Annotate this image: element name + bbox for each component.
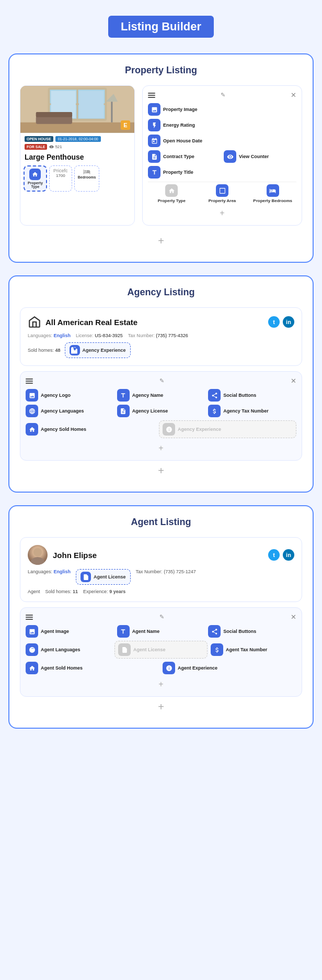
agency-meta: Languages: English License: US-834-3925 …: [28, 333, 294, 338]
agency-twitter-icon[interactable]: t: [268, 316, 280, 328]
date-badge: 01-21-2018, 02:00-04:00: [55, 136, 101, 142]
agency-card: All American Real Estate t in Languages:…: [20, 307, 302, 366]
svg-rect-9: [36, 112, 72, 117]
agent-hamburger-icon[interactable]: [26, 615, 33, 620]
widget-contract-type[interactable]: Contract Type: [148, 150, 221, 163]
widget-agent-sold-icon: [26, 662, 38, 674]
widget-agency-social[interactable]: Social Buttons: [208, 389, 296, 402]
agent-sold: Sold homes: 11: [45, 589, 78, 594]
agent-widget-panel: ✎ ✕ Agent Image Agent Name Socia: [20, 607, 302, 697]
agent-panel-add-button[interactable]: +: [26, 677, 296, 691]
widget-agency-sold[interactable]: Agency Sold Homes: [26, 423, 156, 436]
property-listing-section: Property Listing: [8, 53, 314, 263]
widget-agency-logo-label: Agency Logo: [41, 393, 71, 398]
agent-linkedin-icon[interactable]: in: [283, 549, 294, 561]
property-widget-panel: ✎ ✕ Property Image Energy Ratin: [142, 85, 302, 226]
agency-pencil-icon[interactable]: ✎: [159, 377, 164, 384]
agency-experience-icon: [70, 345, 80, 355]
widget-agent-experience[interactable]: Agent Experience: [163, 662, 296, 674]
views-badge: 521: [49, 144, 62, 149]
widget-agent-license[interactable]: Agent License: [114, 641, 208, 659]
agent-card: John Elipse t in Languages: English Agen…: [20, 537, 302, 602]
property-outer-add-button[interactable]: +: [20, 231, 302, 251]
widget-agency-tax-icon: [208, 405, 221, 417]
agency-bottom: Sold homes: 48 Agency Experience: [28, 342, 294, 358]
widget-agent-sold[interactable]: Agent Sold Homes: [26, 662, 159, 674]
pencil-icon[interactable]: ✎: [221, 92, 225, 98]
widget-agency-logo[interactable]: Agency Logo: [26, 389, 114, 402]
agent-twitter-icon[interactable]: t: [268, 549, 280, 561]
agent-tax-value: (735) 725-1247: [164, 569, 196, 574]
widget-agency-tax-label: Agency Tax Number: [223, 408, 268, 414]
property-image-inner: [20, 86, 134, 133]
widget-agency-sold-label: Agency Sold Homes: [41, 427, 86, 432]
widget-view-counter[interactable]: View Counter: [224, 150, 296, 163]
widget-grid-property: Property Type Property Area Property Bed…: [148, 184, 296, 203]
agency-linkedin-icon[interactable]: in: [283, 316, 294, 328]
widget-grid-property-bedrooms[interactable]: Property Bedrooms: [249, 184, 296, 203]
svg-point-13: [31, 557, 44, 565]
widget-grid-property-area[interactable]: Property Area: [199, 184, 246, 203]
widget-agency-license-label: Agency License: [132, 408, 168, 414]
widget-openhouse-date[interactable]: Open House Date: [148, 135, 296, 147]
widget-row-property-image: Property Image: [148, 103, 296, 116]
agent-section-title: Agent Listing: [20, 517, 302, 528]
widget-agency-experience[interactable]: Agency Experience: [159, 420, 296, 438]
agent-outer-add-button[interactable]: +: [20, 697, 302, 717]
widget-property-title[interactable]: Property Title: [148, 166, 296, 179]
detail-property-type: PropertyType: [24, 165, 47, 192]
widget-agent-name[interactable]: Agent Name: [117, 625, 205, 638]
widget-agency-social-label: Social Buttons: [223, 393, 256, 398]
widget-property-image-icon: [148, 103, 160, 116]
widget-agency-tax[interactable]: Agency Tax Number: [208, 405, 296, 417]
agent-languages-label: Languages:: [28, 569, 52, 574]
widget-agency-languages-icon: [26, 405, 38, 417]
agent-close-icon[interactable]: ✕: [291, 613, 296, 621]
widget-openhouse-label: Open House Date: [163, 138, 202, 143]
svg-rect-6: [79, 91, 104, 118]
widget-agent-social[interactable]: Social Buttons: [208, 625, 296, 638]
panel-add-button[interactable]: +: [148, 206, 296, 220]
svg-rect-7: [20, 122, 134, 133]
widget-property-image[interactable]: Property Image: [148, 103, 296, 116]
widget-openhouse-icon: [148, 135, 160, 147]
svg-rect-10: [111, 102, 112, 122]
widget-grid-type-icon: [165, 184, 178, 197]
agency-card-header: All American Real Estate t in: [28, 315, 294, 329]
forsale-badge: FOR SALE: [25, 144, 47, 150]
widget-grid-property-type[interactable]: Property Type: [148, 184, 196, 203]
agency-outer-add-button[interactable]: +: [20, 461, 302, 481]
widget-agent-social-label: Social Buttons: [223, 629, 256, 634]
widget-agency-languages[interactable]: Agency Languages: [26, 405, 114, 417]
agency-name-row: All American Real Estate: [28, 315, 137, 329]
widget-agent-languages[interactable]: Agent Languages: [26, 643, 111, 656]
agent-pencil-icon[interactable]: ✎: [159, 614, 164, 620]
widget-agent-license-icon: [118, 643, 131, 656]
agency-experience-label: Agency Experience: [83, 348, 126, 353]
agent-type-label: Agent: [28, 589, 40, 594]
agency-languages-value: English: [54, 333, 71, 338]
agent-avatar: [28, 545, 48, 565]
agency-panel-add-button[interactable]: +: [26, 441, 296, 455]
property-card-image: E: [20, 86, 134, 133]
widget-energy-rating[interactable]: Energy Rating: [148, 119, 296, 131]
widget-agency-sold-icon: [26, 423, 38, 436]
svg-rect-8: [36, 116, 72, 124]
agency-sold-label: Sold homes:: [28, 348, 54, 353]
agency-hamburger-icon[interactable]: [26, 378, 33, 384]
agency-sold-homes: Sold homes: 48: [28, 348, 61, 353]
panel-header: ✎ ✕: [148, 91, 296, 99]
widget-agency-license[interactable]: Agency License: [117, 405, 205, 417]
agency-close-icon[interactable]: ✕: [291, 377, 296, 385]
widget-agent-image[interactable]: Agent Image: [26, 625, 114, 638]
panel-divider: [148, 182, 296, 182]
widget-grid-type-label: Property Type: [158, 198, 186, 203]
close-icon[interactable]: ✕: [291, 91, 296, 99]
widget-property-image-label: Property Image: [163, 107, 198, 112]
agent-widget-row-3: Agent Sold Homes Agent Experience: [26, 662, 296, 674]
widget-agent-tax[interactable]: Agent Tax Number: [211, 643, 296, 656]
hamburger-icon[interactable]: [148, 93, 155, 98]
widget-agent-social-icon: [208, 625, 221, 638]
widget-agency-name[interactable]: Agency Name: [117, 389, 205, 402]
widget-agent-languages-icon: [26, 643, 38, 656]
